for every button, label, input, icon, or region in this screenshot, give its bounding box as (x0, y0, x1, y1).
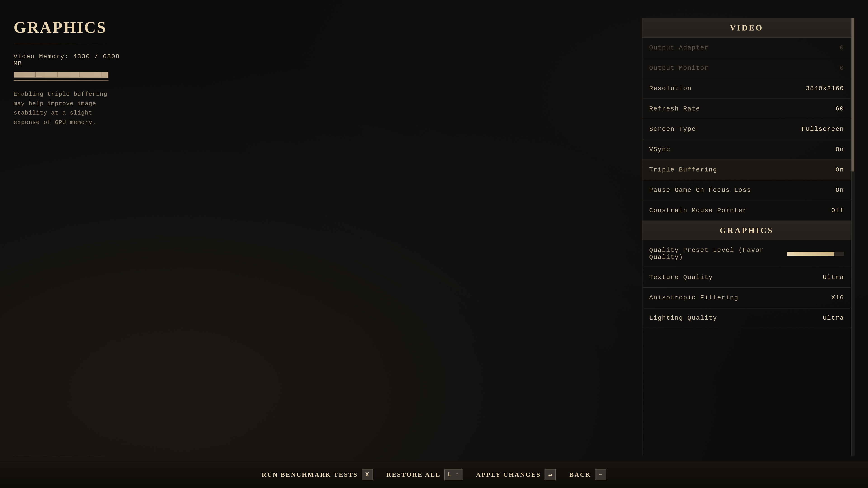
section-header-video: Video (643, 18, 851, 38)
restore-all-label: Restore All (386, 471, 441, 478)
setting-row-quality-preset[interactable]: Quality Preset Level (Favor Quality) (643, 240, 851, 267)
scrollbar-thumb[interactable] (851, 18, 854, 171)
setting-row-output-monitor[interactable]: Output Monitor 0 (643, 58, 851, 78)
setting-name-refresh-rate: Refresh Rate (649, 105, 700, 112)
setting-name-texture-quality: Texture Quality (649, 274, 713, 281)
setting-row-pause-game[interactable]: Pause Game On Focus Loss On (643, 180, 851, 200)
scrollbar[interactable] (851, 18, 854, 456)
restore-all-key: L ↑ (444, 469, 463, 480)
setting-row-refresh-rate[interactable]: Refresh Rate 60 (643, 99, 851, 119)
section-header-graphics: Graphics (643, 221, 851, 240)
setting-row-anisotropic[interactable]: Anisotropic Filtering X16 (643, 288, 851, 308)
back-key: ← (595, 469, 606, 480)
page-container: Graphics Video Memory: 4330 / 6808 MB En… (0, 0, 868, 488)
setting-name-quality-preset: Quality Preset Level (Favor Quality) (649, 247, 787, 261)
apply-changes-action[interactable]: Apply Changes ↵ (476, 469, 556, 480)
mem-seg-4 (80, 72, 101, 77)
setting-name-anisotropic: Anisotropic Filtering (649, 294, 739, 301)
setting-value-texture-quality: Ultra (823, 274, 844, 281)
apply-changes-label: Apply Changes (476, 471, 541, 478)
memory-bar (13, 72, 108, 78)
mem-seg-3 (58, 72, 79, 77)
setting-value-vsync: On (835, 146, 844, 153)
setting-value-refresh-rate: 60 (835, 105, 844, 112)
setting-row-texture-quality[interactable]: Texture Quality Ultra (643, 267, 851, 288)
mem-seg-5 (101, 72, 108, 77)
quality-bar-fill (787, 252, 834, 256)
bottom-toolbar: Run Benchmark Tests X Restore All L ↑ Ap… (0, 461, 868, 488)
run-benchmark-key: X (362, 469, 373, 480)
setting-value-output-adapter: 0 (840, 44, 844, 51)
setting-name-lighting-quality: Lighting Quality (649, 315, 717, 322)
setting-row-vsync[interactable]: VSync On (643, 139, 851, 160)
page-title: Graphics (13, 18, 131, 37)
setting-row-output-adapter[interactable]: Output Adapter 0 (643, 38, 851, 58)
setting-value-lighting-quality: Ultra (823, 315, 844, 322)
left-bottom-divider (13, 456, 108, 456)
setting-value-output-monitor: 0 (840, 65, 844, 72)
setting-value-pause-game: On (835, 187, 844, 194)
setting-row-screen-type[interactable]: Screen Type Fullscreen (643, 119, 851, 139)
setting-name-constrain-mouse: Constrain Mouse Pointer (649, 207, 747, 214)
setting-row-resolution[interactable]: Resolution 3840x2160 (643, 78, 851, 99)
back-label: Back (569, 471, 591, 478)
mem-seg-2 (36, 72, 57, 77)
setting-value-triple-buffering: On (835, 166, 844, 173)
setting-name-vsync: VSync (649, 146, 671, 153)
setting-row-constrain-mouse[interactable]: Constrain Mouse Pointer Off (643, 200, 851, 221)
setting-name-pause-game: Pause Game On Focus Loss (649, 187, 751, 194)
setting-name-triple-buffering: Triple Buffering (649, 166, 717, 173)
left-panel: Graphics Video Memory: 4330 / 6808 MB En… (13, 18, 131, 127)
setting-row-triple-buffering[interactable]: Triple Buffering On (643, 160, 851, 180)
run-benchmark-label: Run Benchmark Tests (262, 471, 358, 478)
setting-name-output-monitor: Output Monitor (649, 65, 709, 72)
mem-seg-1 (14, 72, 35, 77)
quality-preset-bar (787, 252, 844, 256)
setting-value-constrain-mouse: Off (831, 207, 844, 214)
settings-scroll-area[interactable]: Video Output Adapter 0 Output Monitor 0 … (643, 18, 851, 456)
description-text: Enabling triple buffering may help impro… (13, 90, 108, 127)
setting-value-resolution: 3840x2160 (806, 85, 844, 92)
memory-bar-fill (14, 72, 108, 78)
setting-name-output-adapter: Output Adapter (649, 44, 709, 51)
restore-all-action[interactable]: Restore All L ↑ (386, 469, 463, 480)
title-divider (13, 43, 108, 44)
apply-changes-key: ↵ (545, 469, 556, 480)
back-action[interactable]: Back ← (569, 469, 606, 480)
right-panel: Video Output Adapter 0 Output Monitor 0 … (642, 18, 855, 461)
video-memory-label: Video Memory: 4330 / 6808 MB (13, 53, 131, 67)
setting-name-resolution: Resolution (649, 85, 692, 92)
setting-name-screen-type: Screen Type (649, 126, 696, 133)
memory-sub-bar (13, 80, 108, 80)
setting-value-anisotropic: X16 (831, 294, 844, 301)
run-benchmark-action[interactable]: Run Benchmark Tests X (262, 469, 373, 480)
settings-container: Video Output Adapter 0 Output Monitor 0 … (642, 18, 855, 456)
setting-value-screen-type: Fullscreen (802, 126, 844, 133)
setting-row-lighting-quality[interactable]: Lighting Quality Ultra (643, 308, 851, 328)
